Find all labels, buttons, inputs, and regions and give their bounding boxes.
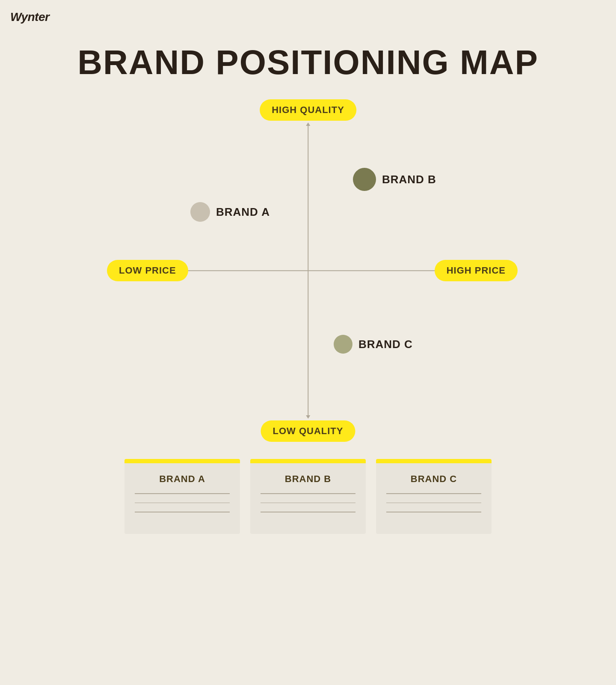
brand-cards-section: BRAND A BRAND B BRAND C: [116, 459, 500, 534]
label-high-price: HIGH PRICE: [435, 260, 518, 281]
brand-b-card: BRAND B: [250, 459, 366, 534]
label-low-price: LOW PRICE: [107, 260, 188, 281]
card-c-line-3: [386, 512, 481, 512]
brand-c-point: BRAND C: [334, 335, 413, 354]
card-a-line-2: [135, 503, 230, 503]
card-b-lines: [250, 493, 366, 512]
horizontal-axis: [141, 270, 475, 271]
card-c-line-2: [386, 503, 481, 503]
brand-c-dot: [334, 335, 352, 354]
brand-c-label: BRAND C: [358, 338, 413, 351]
card-b-title: BRAND B: [250, 463, 366, 493]
page-title: Brand Positioning Map: [0, 0, 616, 82]
card-c-top-bar: [376, 459, 492, 463]
card-a-top-bar: [124, 459, 240, 463]
card-c-title: BRAND C: [376, 463, 492, 493]
card-b-line-1: [261, 493, 355, 494]
label-high-quality: HIGH QUALITY: [260, 99, 356, 121]
card-a-line-1: [135, 493, 230, 494]
brand-b-dot: [353, 168, 376, 191]
brand-b-point: BRAND B: [353, 168, 436, 191]
brand-a-dot: [190, 202, 210, 222]
card-a-line-3: [135, 512, 230, 512]
card-a-title: BRAND A: [124, 463, 240, 493]
card-c-line-1: [386, 493, 481, 494]
card-b-line-2: [261, 503, 355, 503]
positioning-chart: HIGH QUALITY LOW QUALITY LOW PRICE HIGH …: [124, 108, 492, 433]
brand-a-point: BRAND A: [190, 202, 270, 222]
card-b-line-3: [261, 512, 355, 512]
label-low-quality: LOW QUALITY: [261, 420, 355, 442]
brand-b-label: BRAND B: [382, 173, 436, 186]
card-a-lines: [124, 493, 240, 512]
card-c-lines: [376, 493, 492, 512]
brand-c-card: BRAND C: [376, 459, 492, 534]
card-b-top-bar: [250, 459, 366, 463]
logo: Wynter: [10, 10, 49, 24]
brand-a-label: BRAND A: [216, 206, 270, 219]
brand-a-card: BRAND A: [124, 459, 240, 534]
